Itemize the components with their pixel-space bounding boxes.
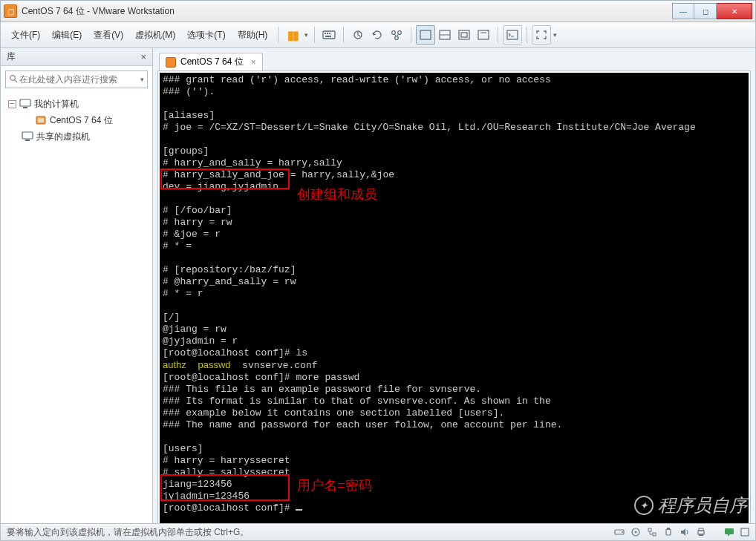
svg-rect-1 <box>325 33 326 34</box>
statusbar-hint: 要将输入定向到该虚拟机，请在虚拟机内部单击或按 Ctrl+G。 <box>7 526 249 539</box>
annotation-label-users: 用户名=密码 <box>297 479 372 491</box>
svg-rect-0 <box>323 31 335 39</box>
svg-line-10 <box>397 34 399 37</box>
separator <box>527 27 527 43</box>
content-area: CentOS 7 64 位 × ### grant read ('r') acc… <box>153 48 755 523</box>
collapse-icon[interactable]: − <box>8 100 16 108</box>
svg-point-30 <box>635 531 637 534</box>
terminal-icon[interactable] <box>503 25 522 45</box>
menu-file[interactable]: 文件(F) <box>5 27 46 44</box>
svg-rect-21 <box>20 99 30 106</box>
terminal[interactable]: ### grant read ('r') access, read-write … <box>160 73 749 541</box>
library-tree: − 我的计算机 CentOS 7 64 位 共享的虚拟机 <box>1 93 152 148</box>
svg-rect-11 <box>420 30 431 39</box>
vm-icon <box>35 115 47 125</box>
pause-icon[interactable]: ▮▮ <box>283 25 302 45</box>
statusbar-icons <box>614 527 749 537</box>
shared-icon <box>22 131 33 142</box>
tree-shared-vms[interactable]: 共享的虚拟机 <box>5 128 148 145</box>
menubar: 文件(F) 编辑(E) 查看(V) 虚拟机(M) 选项卡(T) 帮助(H) ▮▮… <box>0 22 756 48</box>
svg-rect-36 <box>699 528 703 531</box>
svg-line-9 <box>395 34 397 37</box>
svg-point-19 <box>10 76 16 81</box>
watermark-text: 程序员自序 <box>658 494 747 517</box>
status-sound-icon[interactable] <box>680 527 690 537</box>
status-printer-icon[interactable] <box>696 527 706 537</box>
view-unity-icon[interactable] <box>454 25 474 45</box>
tabstrip: CentOS 7 64 位 × <box>157 53 751 71</box>
sidebar-close-icon[interactable]: × <box>140 51 146 62</box>
svg-rect-15 <box>461 33 467 37</box>
tree-vm-centos[interactable]: CentOS 7 64 位 <box>5 112 148 128</box>
computer-icon <box>19 99 31 109</box>
status-expand-icon[interactable] <box>740 528 749 537</box>
svg-rect-26 <box>25 140 30 141</box>
svg-rect-22 <box>23 107 27 108</box>
svg-rect-16 <box>478 30 489 39</box>
status-message-icon[interactable] <box>724 527 734 537</box>
svg-rect-38 <box>725 528 734 534</box>
watermark: ✦ 程序员自序 <box>634 494 747 517</box>
annotation-label-groups: 创建组和成员 <box>297 188 377 200</box>
search-icon <box>9 73 19 86</box>
tab-close-icon[interactable]: × <box>251 57 256 68</box>
titlebar: ▢ CentOS 7 64 位 - VMware Workstation — ◻… <box>0 0 756 22</box>
status-usb-icon[interactable] <box>663 527 674 537</box>
svg-rect-33 <box>666 529 671 535</box>
separator <box>498 27 498 43</box>
maximize-button[interactable]: ◻ <box>694 3 717 19</box>
separator <box>278 27 278 43</box>
search-dropdown-icon[interactable]: ▾ <box>140 76 144 83</box>
svg-rect-3 <box>329 33 330 34</box>
tree-vm-label: CentOS 7 64 位 <box>50 114 113 127</box>
tab-centos[interactable]: CentOS 7 64 位 × <box>159 53 263 71</box>
fullscreen-dropdown-icon[interactable]: ▾ <box>551 31 558 39</box>
sidebar-title: 库 <box>7 50 16 63</box>
main-area: 库 × ▾ − 我的计算机 CentOS 7 64 位 <box>0 48 756 523</box>
tree-root-mycomputer[interactable]: − 我的计算机 <box>5 96 148 112</box>
statusbar: 要将输入定向到该虚拟机，请在虚拟机内部单击或按 Ctrl+G。 <box>0 523 756 541</box>
view-single-icon[interactable] <box>416 25 435 45</box>
menu-view[interactable]: 查看(V) <box>88 27 129 44</box>
tab-label: CentOS 7 64 位 <box>180 56 244 68</box>
svg-rect-4 <box>325 36 331 37</box>
sidebar: 库 × ▾ − 我的计算机 CentOS 7 64 位 <box>1 48 153 523</box>
status-cd-icon[interactable] <box>630 527 641 537</box>
search-input[interactable] <box>19 74 140 85</box>
tree-shared-label: 共享的虚拟机 <box>36 131 90 143</box>
view-multiple-icon[interactable] <box>435 25 454 45</box>
sidebar-header: 库 × <box>1 48 152 66</box>
svg-rect-39 <box>741 528 749 536</box>
fullscreen-icon[interactable] <box>532 25 551 45</box>
svg-rect-24 <box>38 118 44 122</box>
search-box[interactable]: ▾ <box>5 71 148 88</box>
svg-rect-32 <box>653 533 656 536</box>
annotation-box-groups <box>160 168 290 189</box>
snapshot-icon[interactable] <box>348 25 368 45</box>
menu-help[interactable]: 帮助(H) <box>232 27 274 44</box>
svg-line-20 <box>15 80 17 82</box>
minimize-button[interactable]: — <box>672 3 694 19</box>
separator <box>314 27 315 43</box>
view-console-icon[interactable] <box>474 25 493 45</box>
separator <box>411 27 411 43</box>
separator <box>343 27 344 43</box>
status-network-icon[interactable] <box>647 527 657 537</box>
menu-vm[interactable]: 虚拟机(M) <box>129 27 181 44</box>
svg-rect-31 <box>648 528 651 531</box>
annotation-box-users <box>160 474 290 501</box>
snapshot-manager-icon[interactable] <box>387 25 406 45</box>
send-keys-icon[interactable] <box>319 25 339 45</box>
window-title: CentOS 7 64 位 - VMware Workstation <box>22 5 672 18</box>
menu-edit[interactable]: 编辑(E) <box>46 27 88 44</box>
power-dropdown-icon[interactable]: ▾ <box>302 31 310 39</box>
svg-rect-14 <box>459 30 469 39</box>
close-button[interactable]: ✕ <box>717 3 752 19</box>
snapshot-revert-icon[interactable] <box>368 25 387 45</box>
menu-tabs[interactable]: 选项卡(T) <box>181 27 231 44</box>
status-hdd-icon[interactable] <box>614 527 625 537</box>
app-icon: ▢ <box>4 4 17 18</box>
svg-rect-25 <box>22 132 33 139</box>
watermark-icon: ✦ <box>634 496 654 515</box>
svg-rect-2 <box>327 33 328 34</box>
